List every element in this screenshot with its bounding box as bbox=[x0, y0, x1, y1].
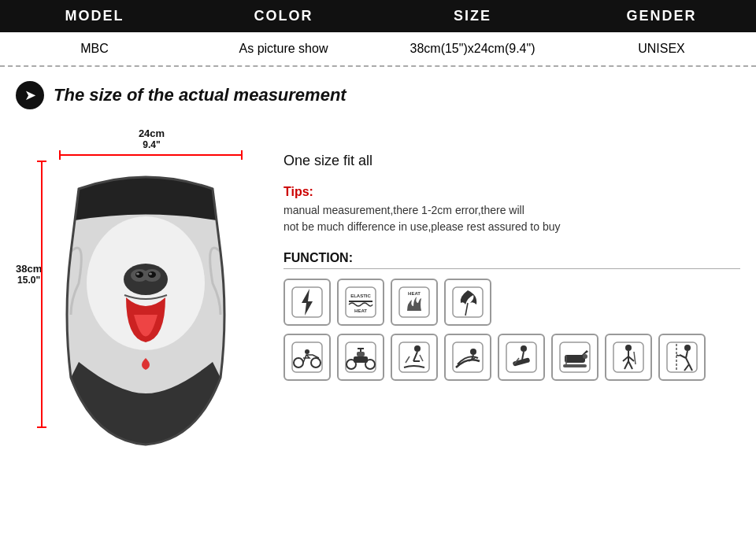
icon-hiking bbox=[605, 334, 652, 381]
data-color: As picture show bbox=[189, 42, 378, 56]
data-row: MBC As picture show 38cm(15")x24cm(9.4")… bbox=[0, 32, 756, 67]
svg-line-63 bbox=[689, 364, 692, 371]
svg-rect-29 bbox=[399, 342, 429, 372]
icon-sled bbox=[444, 334, 491, 381]
header-size: SIZE bbox=[378, 8, 567, 24]
icon-motorcycle bbox=[284, 334, 331, 381]
svg-point-19 bbox=[294, 358, 303, 367]
svg-line-33 bbox=[406, 356, 410, 363]
svg-point-5 bbox=[148, 271, 156, 278]
svg-point-40 bbox=[521, 345, 527, 352]
svg-line-61 bbox=[686, 358, 689, 364]
function-icons-row1: ELASTIC HEAT HEAT bbox=[284, 279, 740, 326]
height-label: 38cm 15.0" bbox=[16, 263, 42, 286]
title-section: The size of the actual measurement bbox=[0, 67, 756, 117]
svg-rect-57 bbox=[667, 342, 697, 372]
icon-atv bbox=[337, 334, 384, 381]
svg-line-41 bbox=[522, 352, 524, 360]
data-gender: UNISEX bbox=[567, 42, 756, 56]
svg-line-53 bbox=[628, 356, 634, 361]
svg-line-60 bbox=[680, 355, 686, 358]
svg-text:HEAT: HEAT bbox=[354, 308, 367, 313]
arrow-icon bbox=[16, 81, 44, 109]
svg-point-36 bbox=[470, 349, 476, 355]
svg-rect-46 bbox=[563, 364, 587, 367]
data-model: MBC bbox=[0, 42, 189, 56]
svg-line-31 bbox=[413, 352, 417, 361]
svg-line-54 bbox=[624, 361, 628, 369]
svg-line-56 bbox=[634, 352, 636, 364]
left-dim-line bbox=[41, 161, 43, 428]
header-color: COLOR bbox=[189, 8, 378, 24]
svg-point-47 bbox=[583, 354, 587, 359]
svg-rect-25 bbox=[354, 356, 368, 363]
svg-line-52 bbox=[623, 356, 628, 361]
icon-snowboard bbox=[498, 334, 545, 381]
icon-climbing bbox=[658, 334, 706, 381]
width-label: 24cm 9.4" bbox=[59, 127, 244, 150]
svg-point-6 bbox=[136, 273, 139, 275]
info-area: One size fit all Tips: manual measuremen… bbox=[284, 121, 740, 452]
svg-rect-26 bbox=[357, 352, 365, 356]
svg-point-30 bbox=[414, 345, 421, 352]
tips-label: Tips: bbox=[284, 185, 740, 199]
icon-snowmobile bbox=[551, 334, 598, 381]
svg-point-21 bbox=[305, 349, 309, 354]
svg-line-55 bbox=[628, 361, 632, 369]
svg-marker-9 bbox=[302, 289, 313, 316]
svg-line-59 bbox=[686, 351, 687, 358]
svg-point-7 bbox=[149, 273, 152, 275]
function-label: FUNCTION: bbox=[284, 251, 740, 269]
page-title: The size of the actual measurement bbox=[54, 85, 346, 105]
main-content: 24cm 9.4" 38cm 15.0" bbox=[0, 121, 756, 452]
top-dim-line bbox=[59, 154, 243, 156]
svg-rect-42 bbox=[513, 357, 531, 366]
svg-point-4 bbox=[135, 271, 143, 278]
svg-point-58 bbox=[684, 345, 691, 351]
mask-image bbox=[55, 157, 236, 449]
image-area: 24cm 9.4" 38cm 15.0" bbox=[16, 121, 268, 452]
icon-heat: HEAT bbox=[391, 279, 438, 326]
svg-line-62 bbox=[684, 364, 689, 371]
svg-rect-45 bbox=[565, 355, 585, 363]
data-size: 38cm(15")x24cm(9.4") bbox=[378, 42, 567, 56]
one-size-text: One size fit all bbox=[284, 153, 740, 169]
icon-feather bbox=[444, 279, 491, 326]
header-gender: GENDER bbox=[567, 8, 756, 24]
svg-line-34 bbox=[420, 355, 423, 361]
icon-lightning bbox=[284, 279, 331, 326]
svg-point-50 bbox=[625, 345, 632, 351]
svg-text:ELASTIC: ELASTIC bbox=[350, 293, 371, 298]
header-model: MODEL bbox=[0, 8, 189, 24]
function-icons-row2 bbox=[284, 334, 740, 381]
svg-line-17 bbox=[465, 303, 468, 316]
tips-text: manual measurement,there 1-2cm error,the… bbox=[284, 202, 740, 235]
svg-point-20 bbox=[311, 358, 321, 367]
header-bar: MODEL COLOR SIZE GENDER bbox=[0, 0, 756, 32]
icon-elastic-heat: ELASTIC HEAT bbox=[337, 279, 384, 326]
svg-text:HEAT: HEAT bbox=[408, 291, 421, 296]
icon-skiing bbox=[391, 334, 438, 381]
